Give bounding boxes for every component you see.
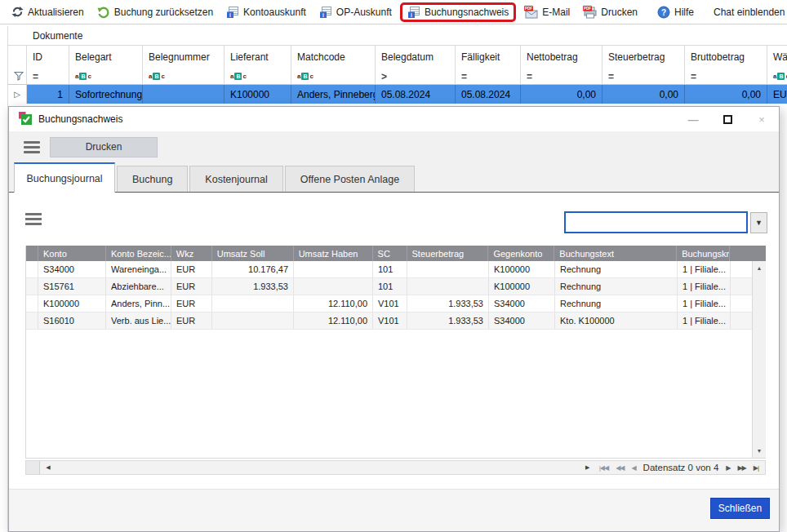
menu-icon[interactable] bbox=[24, 141, 40, 153]
cell: 1 | Filiale... bbox=[678, 295, 731, 313]
email-button[interactable]: PDF E-Mail bbox=[518, 3, 576, 21]
filter-cell[interactable]: = bbox=[602, 69, 685, 85]
filter-cell[interactable]: = bbox=[456, 69, 521, 85]
help-label: Hilfe bbox=[674, 7, 694, 18]
maximize-icon[interactable] bbox=[710, 107, 745, 131]
help-icon: ? bbox=[657, 6, 670, 19]
cell: K100000 bbox=[489, 261, 555, 278]
column-header[interactable]: Gegenkonto bbox=[488, 246, 554, 261]
cell: Rechnung bbox=[555, 261, 678, 278]
column-header[interactable]: Belegdatum bbox=[376, 46, 456, 69]
reset-booking-label: Buchung zurücksetzen bbox=[114, 7, 213, 18]
cell: 12.110,00 bbox=[294, 295, 373, 313]
table-row[interactable]: S16010 Verb. aus Lie... EUR 12.110,00 V1… bbox=[26, 313, 766, 330]
prev-record-button[interactable]: ◀ bbox=[631, 464, 635, 472]
filter-cell[interactable] bbox=[8, 69, 27, 85]
column-header[interactable]: Steuerbetrag bbox=[602, 46, 685, 69]
refresh-button[interactable]: Aktualisieren bbox=[5, 3, 91, 20]
last-record-button[interactable]: ▶| bbox=[754, 464, 758, 472]
cell: S34000 bbox=[489, 313, 555, 330]
column-header[interactable]: Belegart bbox=[69, 46, 143, 69]
filter-cell[interactable]: aBc bbox=[767, 69, 787, 85]
cell: K100000 bbox=[38, 295, 106, 313]
booking-proof-button[interactable]: i Buchungsnachweis bbox=[400, 2, 516, 22]
op-info-button[interactable]: i OP-Auskunft bbox=[313, 3, 398, 21]
filter-cell[interactable]: = bbox=[27, 69, 69, 85]
column-header[interactable]: Nettobetrag bbox=[521, 46, 602, 69]
column-header[interactable]: Lieferant bbox=[225, 46, 291, 69]
equals-filter-icon: = bbox=[33, 72, 38, 82]
filter-cell[interactable]: = bbox=[521, 69, 602, 85]
column-header[interactable]: Umsatz Haben bbox=[294, 246, 373, 261]
filter-cell[interactable]: aBc bbox=[143, 69, 225, 85]
documents-tab[interactable]: Dokumente bbox=[8, 26, 787, 46]
document-row-selected[interactable]: ▷ 1 Sofortrechnung K100000 Anders, Pinne… bbox=[8, 85, 787, 104]
cell: 05.08.2024 bbox=[376, 85, 456, 104]
dialog-footer: Schließen bbox=[9, 489, 779, 531]
table-row[interactable]: S15761 Abziehbare... EUR 1.933,53 101 K1… bbox=[26, 278, 766, 295]
close-dialog-button[interactable]: Schließen bbox=[710, 498, 770, 519]
help-button[interactable]: ? Hilfe bbox=[651, 3, 700, 21]
dialog-toolbar: Drucken bbox=[9, 131, 779, 162]
column-header[interactable]: Konto bbox=[38, 246, 106, 261]
dialog-tabs: Buchungsjournal Buchung Kostenjournal Of… bbox=[9, 162, 779, 193]
tab-offene-posten-anlage[interactable]: Offene Posten Anlage bbox=[285, 166, 415, 192]
grid-menu-icon[interactable] bbox=[25, 213, 42, 225]
scroll-left-icon[interactable]: ◀ bbox=[40, 464, 56, 471]
tab-buchung[interactable]: Buchung bbox=[117, 166, 188, 192]
column-header[interactable]: Fälligkeit bbox=[456, 46, 521, 69]
abc-filter-icon: aBc bbox=[297, 73, 313, 80]
close-icon[interactable]: × bbox=[745, 107, 779, 131]
dialog-print-button[interactable]: Drucken bbox=[50, 137, 158, 157]
prev-page-button[interactable]: ◀◀ bbox=[616, 464, 624, 472]
column-header[interactable]: SC bbox=[373, 246, 407, 261]
reset-booking-button[interactable]: Buchung zurücksetzen bbox=[91, 3, 220, 21]
cell: 0,00 bbox=[521, 85, 602, 104]
greater-filter-icon: > bbox=[381, 72, 387, 82]
svg-text:i: i bbox=[229, 11, 231, 17]
search-input[interactable] bbox=[564, 211, 748, 233]
filter-cell[interactable]: = bbox=[685, 69, 767, 85]
filter-cell[interactable]: > bbox=[376, 69, 456, 85]
email-pdf-icon: PDF bbox=[524, 6, 538, 19]
column-header[interactable]: Buchungskr... bbox=[677, 246, 730, 261]
horizontal-scrollbar: ◀ ▶ |◀◀ ◀◀ ◀ Datensatz 0 von 4 ▶ ▶▶ ▶| bbox=[25, 460, 766, 475]
scroll-up-icon[interactable]: ▲ bbox=[753, 261, 766, 275]
column-header[interactable]: Belegnummer bbox=[143, 46, 225, 69]
tab-buchungsjournal[interactable]: Buchungsjournal bbox=[14, 162, 115, 193]
cell: S15761 bbox=[38, 278, 106, 295]
minimize-icon[interactable]: — bbox=[676, 107, 710, 131]
next-record-button[interactable]: ▶ bbox=[726, 464, 730, 472]
cell: S34000 bbox=[489, 295, 555, 313]
column-header[interactable]: Steuerbetrag bbox=[407, 246, 489, 261]
column-header bbox=[8, 46, 27, 69]
table-row[interactable]: K100000 Anders, Pinn... EUR 12.110,00 V1… bbox=[26, 295, 766, 313]
column-header[interactable]: Buchungstext bbox=[554, 246, 677, 261]
print-button[interactable]: PDF Drucken bbox=[576, 3, 644, 21]
cell bbox=[294, 261, 373, 278]
filter-cell[interactable]: aBc bbox=[69, 69, 143, 85]
filter-cell[interactable]: aBc bbox=[291, 69, 376, 85]
column-header[interactable]: Umsatz Soll bbox=[212, 246, 294, 261]
next-page-button[interactable]: ▶▶ bbox=[737, 464, 745, 472]
account-info-button[interactable]: i Kontoauskunft bbox=[220, 3, 313, 21]
column-header[interactable]: Konto Bezeic... bbox=[106, 246, 171, 261]
scroll-down-icon[interactable]: ▼ bbox=[753, 444, 766, 458]
buchungsnachweis-dialog: Buchungsnachweis — × Drucken Buchungsjou… bbox=[8, 106, 780, 532]
first-record-button[interactable]: |◀◀ bbox=[599, 464, 608, 472]
table-row[interactable]: S34000 Wareneinga... EUR 10.176,47 101 K… bbox=[26, 261, 766, 278]
cell bbox=[731, 295, 753, 313]
column-header[interactable]: Matchcode bbox=[291, 46, 376, 69]
column-header[interactable]: Wkz bbox=[171, 246, 212, 261]
column-header[interactable]: ID bbox=[27, 46, 69, 69]
filter-cell[interactable]: aBc bbox=[225, 69, 291, 85]
scroll-right-icon[interactable]: ▶ bbox=[580, 464, 596, 471]
tab-kostenjournal[interactable]: Kostenjournal bbox=[189, 166, 282, 192]
column-header[interactable]: Bruttobetrag bbox=[685, 46, 767, 69]
search-dropdown-button[interactable]: ▼ bbox=[750, 212, 767, 233]
cell: V101 bbox=[373, 313, 407, 330]
cell: K100000 bbox=[225, 85, 291, 104]
column-header[interactable]: Wäh bbox=[767, 46, 787, 69]
vertical-scrollbar[interactable]: ▲ ▼ bbox=[752, 261, 766, 458]
app-logo-icon bbox=[19, 112, 32, 127]
